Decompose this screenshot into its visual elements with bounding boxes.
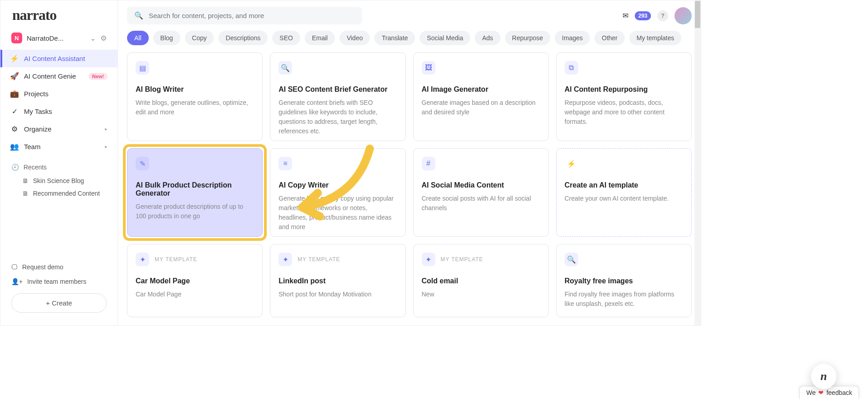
sidebar-bottom: 🖵Request demo 👤+Invite team members + Cr… [0, 260, 118, 319]
card-create-ai-template[interactable]: ⚡ Create an AI template Create your own … [556, 148, 692, 237]
user-avatar[interactable] [675, 7, 692, 24]
invite-team-link[interactable]: 👤+Invite team members [11, 274, 107, 289]
nav-projects[interactable]: 💼 Projects [0, 85, 118, 103]
help-icon[interactable]: ? [657, 10, 668, 21]
primary-nav: ⚡ AI Content Assistant 🚀 AI Content Geni… [0, 50, 118, 155]
card-my-template-linkedin[interactable]: ✦MY TEMPLATE LinkedIn post Short post fo… [270, 244, 406, 317]
gear-icon[interactable]: ⚙ [100, 34, 107, 42]
card-title: AI Image Generator [422, 85, 540, 94]
image-icon: 🖼 [422, 61, 435, 75]
nav-ai-content-genie[interactable]: 🚀 AI Content Genie New! [0, 67, 118, 85]
card-ai-copy-writer[interactable]: ≡ AI Copy Writer Generate high quality c… [270, 148, 406, 237]
repurpose-icon: ⧉ [565, 61, 578, 75]
card-desc: Write blogs, generate outlines, optimize… [136, 98, 254, 117]
card-ai-seo-brief[interactable]: 🔍 AI SEO Content Brief Generator Generat… [270, 52, 406, 141]
card-ai-image-generator[interactable]: 🖼 AI Image Generator Generate images bas… [413, 52, 549, 141]
bolt-icon: ⚡ [10, 54, 19, 63]
clock-icon: 🕘 [11, 164, 19, 171]
monitor-icon: 🖵 [11, 263, 18, 271]
card-royalty-free-images[interactable]: 🔍 Royalty free images Find royalty free … [556, 244, 692, 317]
lines-icon: ≡ [278, 157, 292, 170]
filter-other[interactable]: Other [594, 31, 625, 45]
new-badge: New! [89, 73, 108, 80]
recents-list: 🗎Skin Science Blog 🗎Recommended Content [0, 174, 118, 200]
check-icon: ✓ [10, 107, 19, 116]
nav-team[interactable]: 👥 Team ▸ [0, 138, 118, 155]
filter-email[interactable]: Email [305, 31, 335, 45]
mail-icon[interactable]: ✉ [623, 11, 628, 20]
card-desc: Generate images based on a description a… [422, 98, 540, 117]
filter-all[interactable]: All [127, 31, 149, 45]
card-title: Car Model Page [136, 277, 254, 285]
recents-header: 🕘 Recents [0, 155, 118, 174]
card-desc: Find royalty free images from platforms … [565, 290, 683, 309]
nav-ai-content-assistant[interactable]: ⚡ AI Content Assistant [0, 50, 118, 67]
card-title: LinkedIn post [278, 277, 397, 285]
chevron-right-icon: ▸ [105, 126, 108, 132]
workspace-badge: N [11, 33, 22, 43]
search-icon: 🔍 [565, 253, 578, 266]
card-my-template-car-model[interactable]: ✦MY TEMPLATE Car Model Page Car Model Pa… [127, 244, 263, 317]
brand-logo: narrato [0, 7, 118, 30]
card-desc: Short post for Monday Motivation [278, 290, 397, 299]
chevron-down-icon[interactable]: ⌄ [90, 34, 96, 42]
card-ai-blog-writer[interactable]: ▤ AI Blog Writer Write blogs, generate o… [127, 52, 263, 141]
magnify-icon: 🔍 [278, 61, 292, 75]
doc-icon: 🗎 [22, 177, 28, 184]
recents-label: Recents [24, 164, 47, 171]
workspace-name: NarratoDe... [27, 34, 85, 42]
card-ai-bulk-product-description[interactable]: ✎ AI Bulk Product Description Generator … [127, 148, 263, 237]
scrollbar-thumb[interactable] [695, 1, 700, 28]
filter-copy[interactable]: Copy [185, 31, 214, 45]
scrollbar[interactable] [694, 0, 701, 325]
recent-item[interactable]: 🗎Skin Science Blog [0, 174, 118, 187]
search-icon: 🔍 [134, 11, 143, 20]
card-ai-social-media[interactable]: # AI Social Media Content Create social … [413, 148, 549, 237]
recent-item[interactable]: 🗎Recommended Content [0, 187, 118, 200]
card-desc: Repurpose videos, podcasts, docs, webpag… [565, 98, 683, 127]
card-title: AI Social Media Content [422, 181, 540, 189]
main-content: 🔍 ✉ 293 ? All Blog Copy Descriptions SEO… [118, 0, 701, 325]
my-template-label: MY TEMPLATE [155, 256, 197, 263]
topbar-right: ✉ 293 ? [623, 7, 692, 24]
card-title: AI SEO Content Brief Generator [278, 85, 397, 94]
filter-repurpose[interactable]: Repurpose [505, 31, 551, 45]
sparkle-icon: ✦ [422, 253, 435, 266]
request-demo-link[interactable]: 🖵Request demo [11, 260, 107, 274]
workspace-selector[interactable]: N NarratoDe... ⌄ ⚙ [0, 30, 118, 50]
filter-images[interactable]: Images [555, 31, 590, 45]
card-desc: Generate content briefs with SEO guideli… [278, 98, 397, 136]
card-desc: Car Model Page [136, 290, 254, 299]
filter-translate[interactable]: Translate [374, 31, 415, 45]
nav-label: Organize [24, 125, 52, 133]
filter-social-media[interactable]: Social Media [420, 31, 470, 45]
sparkle-icon: ✦ [136, 253, 149, 266]
topbar: 🔍 ✉ 293 ? [118, 0, 701, 31]
notification-count[interactable]: 293 [635, 11, 651, 20]
filter-video[interactable]: Video [340, 31, 370, 45]
filter-descriptions[interactable]: Descriptions [218, 31, 268, 45]
nav-label: AI Content Genie [24, 72, 76, 80]
search-input[interactable] [149, 12, 355, 19]
card-title: Cold email [422, 277, 540, 285]
doc-icon: 🗎 [22, 190, 28, 197]
filter-seo[interactable]: SEO [272, 31, 300, 45]
nav-my-tasks[interactable]: ✓ My Tasks [0, 103, 118, 120]
nav-label: My Tasks [24, 108, 52, 115]
filter-my-templates[interactable]: My templates [629, 31, 681, 45]
bolt-icon: ⚡ [565, 157, 578, 170]
card-desc: New [422, 290, 540, 299]
card-desc: Generate product descriptions of up to 1… [136, 202, 254, 221]
filter-blog[interactable]: Blog [153, 31, 180, 45]
nav-organize[interactable]: ⚙ Organize ▸ [0, 120, 118, 138]
nav-label: AI Content Assistant [24, 55, 85, 62]
card-desc: Create social posts with AI for all soci… [422, 194, 540, 213]
filter-ads[interactable]: Ads [475, 31, 500, 45]
create-button[interactable]: + Create [11, 293, 107, 313]
card-my-template-cold-email[interactable]: ✦MY TEMPLATE Cold email New [413, 244, 549, 317]
card-ai-content-repurposing[interactable]: ⧉ AI Content Repurposing Repurpose video… [556, 52, 692, 141]
card-desc: Create your own AI content template. [565, 194, 683, 203]
search-box[interactable]: 🔍 [127, 7, 362, 24]
chevron-right-icon: ▸ [105, 144, 108, 150]
nav-label: Team [24, 143, 41, 150]
